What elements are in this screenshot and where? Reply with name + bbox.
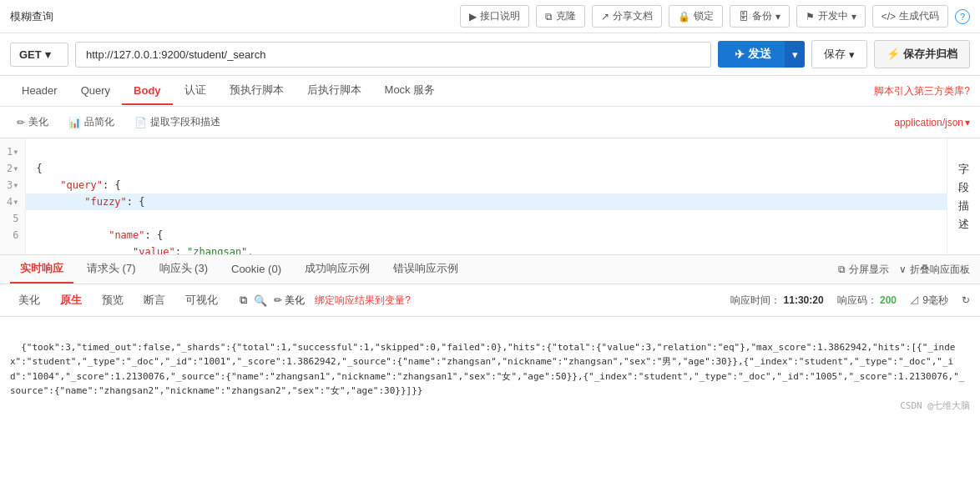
tab-auth[interactable]: 认证 bbox=[173, 76, 218, 106]
third-party-link[interactable]: 脚本引入第三方类库? bbox=[874, 84, 970, 98]
doc-icon: 📄 bbox=[134, 117, 147, 128]
tab-header[interactable]: Header bbox=[10, 78, 69, 105]
line-numbers: 1▾ 2▾ 3▾ 4▾ 5 6 bbox=[0, 138, 26, 254]
wand-icon: ✏ bbox=[17, 117, 25, 128]
flag-icon: ⚑ bbox=[806, 11, 815, 23]
save-archive-button[interactable]: ⚡ 保存并归档 bbox=[874, 40, 970, 68]
resp-tab-resp-header[interactable]: 响应头 (3) bbox=[149, 255, 219, 284]
share-icon: ↗ bbox=[601, 11, 609, 23]
backup-button[interactable]: 🗄 备份 ▾ bbox=[730, 5, 790, 28]
code-editor-content[interactable]: { "query": { "fuzzy": { "name": { "value… bbox=[26, 138, 947, 254]
api-doc-button[interactable]: ▶ 接口说明 bbox=[460, 5, 529, 28]
send-group: ✈ 发送 ▾ bbox=[718, 41, 805, 68]
resp-tab-realtime[interactable]: 实时响应 bbox=[10, 255, 73, 284]
url-bar: GET ▾ ✈ 发送 ▾ 保存 ▾ ⚡ 保存并归档 bbox=[0, 33, 980, 76]
beautify-button[interactable]: ✏ 美化 bbox=[10, 112, 55, 133]
play-icon: ▶ bbox=[469, 11, 477, 23]
content-type-arrow-icon: ▾ bbox=[965, 117, 970, 128]
resp-tab-req-header[interactable]: 请求头 (7) bbox=[77, 255, 146, 284]
lock-button[interactable]: 🔒 锁定 bbox=[669, 5, 723, 28]
simplify-button[interactable]: 📊 品简化 bbox=[62, 112, 121, 133]
save-arrow-icon: ▾ bbox=[849, 48, 855, 61]
fold-panel-button[interactable]: ∨ 折叠响应面板 bbox=[899, 263, 970, 277]
backup-arrow-icon: ▾ bbox=[775, 11, 780, 23]
response-actions: ⧉ 分屏显示 ∨ 折叠响应面板 bbox=[838, 263, 970, 277]
sub-tab-visualize[interactable]: 可视化 bbox=[177, 289, 226, 311]
send-arrow-icon: ▾ bbox=[792, 48, 798, 61]
search-icon[interactable]: 🔍 bbox=[254, 294, 267, 307]
dev-mode-button[interactable]: ⚑ 开发中 ▾ bbox=[796, 5, 866, 28]
tab-mock[interactable]: Mock 服务 bbox=[373, 76, 447, 106]
backup-icon: 🗄 bbox=[739, 11, 749, 23]
main-tabs: Header Query Body 认证 预执行脚本 后执行脚本 Mock 服务… bbox=[0, 76, 980, 107]
tab-post-script[interactable]: 后执行脚本 bbox=[296, 76, 373, 106]
method-select[interactable]: GET ▾ bbox=[10, 43, 68, 67]
lock-icon: 🔒 bbox=[678, 11, 690, 23]
refresh-icon[interactable]: ↻ bbox=[962, 294, 970, 306]
send-button[interactable]: ✈ 发送 bbox=[718, 41, 788, 68]
tab-pre-script[interactable]: 预执行脚本 bbox=[218, 76, 296, 106]
top-toolbar: 模糊查询 ▶ 接口说明 ⧉ 克隆 ↗ 分享文档 🔒 锁定 🗄 备份 ▾ ⚑ 开发… bbox=[0, 0, 980, 33]
code-editor: 1▾ 2▾ 3▾ 4▾ 5 6 { "query": { "fuzzy": { … bbox=[0, 138, 980, 255]
send-dropdown-button[interactable]: ▾ bbox=[785, 41, 805, 68]
share-button[interactable]: ↗ 分享文档 bbox=[592, 5, 662, 28]
response-tabs: 实时响应 请求头 (7) 响应头 (3) Cookie (0) 成功响应示例 错… bbox=[0, 255, 980, 284]
send-icon: ✈ bbox=[735, 48, 745, 61]
extract-button[interactable]: 📄 提取字段和描述 bbox=[128, 112, 227, 133]
resp-tab-error-example[interactable]: 错误响应示例 bbox=[383, 255, 468, 284]
page-title: 模糊查询 bbox=[10, 9, 53, 24]
resp-tab-success-example[interactable]: 成功响应示例 bbox=[295, 255, 380, 284]
code-icon: </> bbox=[881, 11, 896, 23]
help-icon[interactable]: ? bbox=[955, 9, 970, 24]
gen-code-button[interactable]: </> 生成代码 bbox=[872, 5, 948, 28]
sub-tab-preview[interactable]: 预览 bbox=[93, 289, 132, 311]
sub-tab-assert[interactable]: 断言 bbox=[135, 289, 174, 311]
devmode-arrow-icon: ▾ bbox=[851, 11, 856, 23]
side-labels: 字 段 描 述 bbox=[947, 138, 980, 254]
body-toolbar: ✏ 美化 📊 品简化 📄 提取字段和描述 application/json ▾ bbox=[0, 107, 980, 138]
save-button[interactable]: 保存 ▾ bbox=[811, 40, 867, 68]
response-meta: 响应时间： 11:30:20 响应码： 200 ⊿ 9毫秒 ↻ bbox=[730, 294, 970, 308]
response-body: {"took":3,"timed_out":false,"_shards":{"… bbox=[0, 317, 980, 417]
copy-icon[interactable]: ⧉ bbox=[240, 294, 247, 307]
sub-tab-beautify[interactable]: 美化 bbox=[10, 289, 48, 311]
method-arrow-icon: ▾ bbox=[45, 48, 51, 61]
content-type-badge[interactable]: application/json ▾ bbox=[894, 117, 970, 128]
sub-tab-raw[interactable]: 原生 bbox=[52, 289, 90, 311]
watermark: CSDN @七维大脑 bbox=[900, 399, 970, 414]
beautify-sub-icon[interactable]: ✏ 美化 bbox=[274, 294, 305, 308]
clone-button[interactable]: ⧉ 克隆 bbox=[536, 5, 585, 28]
tab-query[interactable]: Query bbox=[69, 78, 122, 105]
clone-icon: ⧉ bbox=[545, 11, 553, 23]
tab-body[interactable]: Body bbox=[122, 78, 173, 105]
bind-result-link[interactable]: 绑定响应结果到变量? bbox=[315, 294, 411, 306]
fold-icon: ∨ bbox=[899, 264, 907, 275]
resp-tab-cookie[interactable]: Cookie (0) bbox=[221, 257, 291, 283]
chart-icon: 📊 bbox=[68, 117, 81, 128]
split-icon: ⧉ bbox=[838, 264, 846, 275]
url-input[interactable] bbox=[75, 42, 711, 68]
sub-tabs-row: 美化 原生 预览 断言 可视化 ⧉ 🔍 ✏ 美化 绑定响应结果到变量? 响应时间… bbox=[0, 284, 980, 317]
split-view-button[interactable]: ⧉ 分屏显示 bbox=[838, 263, 889, 277]
